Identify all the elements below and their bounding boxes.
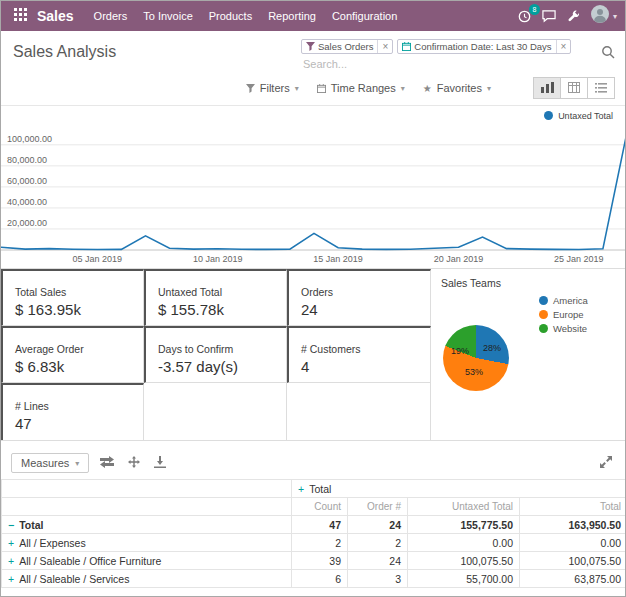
pivot-column-total-header[interactable]: +Total <box>292 480 626 498</box>
caret-down-icon: ▾ <box>401 84 405 93</box>
download-icon <box>154 456 166 471</box>
svg-text:10 Jan 2019: 10 Jan 2019 <box>193 254 243 264</box>
pivot-cell: 100,075.50 <box>408 552 520 570</box>
sales-teams-pie-chart[interactable]: 28% 53% 19% <box>443 325 509 391</box>
flip-axis-icon <box>100 456 114 471</box>
filter-icon <box>302 40 318 53</box>
pivot-row-header[interactable]: +All / Saleable / Office Furniture <box>2 552 292 570</box>
expand-icon[interactable]: + <box>8 555 14 567</box>
menu-orders[interactable]: Orders <box>86 1 136 31</box>
flip-axis-button[interactable] <box>97 454 117 473</box>
pivot-table: +Total Count Order # Untaxed Total Total… <box>1 479 626 588</box>
legend-item: Europe <box>539 309 588 320</box>
search-input[interactable] <box>301 56 593 72</box>
sales-teams-legend: America Europe Website <box>539 295 588 337</box>
pivot-cell: 0.00 <box>520 534 626 552</box>
pie-slice-label: 19% <box>451 346 469 356</box>
favorites-dropdown[interactable]: ★ Favorites ▾ <box>414 79 500 97</box>
menu-to-invoice[interactable]: To Invoice <box>135 1 201 31</box>
line-chart-section: Untaxed Total 20,000.0040,000.0060,000.0… <box>1 106 625 268</box>
svg-text:20,000.00: 20,000.00 <box>7 218 47 228</box>
app-brand[interactable]: Sales <box>37 8 74 24</box>
expand-all-icon <box>128 456 140 471</box>
messages-icon[interactable] <box>542 10 556 23</box>
search-facet-confirmation-date[interactable]: Confirmation Date: Last 30 Days × <box>397 39 571 54</box>
expand-icon[interactable]: + <box>8 573 14 585</box>
kpi-value: 4 <box>301 358 430 375</box>
pivot-measures-row: Count Order # Untaxed Total Total <box>2 498 626 516</box>
pivot-grid-icon <box>568 81 580 96</box>
kpi-label: Total Sales <box>15 286 143 298</box>
expand-all-button[interactable] <box>125 454 143 473</box>
user-menu-caret-icon: ▾ <box>613 12 617 21</box>
measure-header[interactable]: Total <box>520 498 626 516</box>
legend-dot <box>539 310 548 319</box>
kpi-days-to-confirm[interactable]: Days to Confirm -3.57 day(s) <box>144 326 287 383</box>
kpi-value: $ 163.95k <box>15 301 143 318</box>
svg-text:40,000.00: 40,000.00 <box>7 197 47 207</box>
pivot-cell: 100,075.50 <box>520 552 626 570</box>
list-view-button[interactable] <box>587 77 615 99</box>
view-switcher <box>534 77 615 99</box>
kpi-lines[interactable]: # Lines 47 <box>1 383 144 440</box>
user-menu[interactable]: ▾ <box>591 5 617 27</box>
caret-down-icon: ▾ <box>75 459 79 468</box>
facet-remove-icon[interactable]: × <box>377 40 392 53</box>
facet-label: Sales Orders <box>318 40 377 53</box>
pivot-toolbar: Measures ▾ <box>1 446 625 479</box>
pivot-column-group-row: +Total <box>2 480 626 498</box>
pivot-cell: 63,875.00 <box>520 570 626 588</box>
favorites-label: Favorites <box>437 82 482 94</box>
kpi-empty-cell <box>287 383 431 440</box>
kpi-untaxed-total[interactable]: Untaxed Total $ 155.78k <box>144 269 287 326</box>
kpi-total-sales[interactable]: Total Sales $ 163.95k <box>1 269 144 326</box>
pivot-corner-cell <box>2 498 292 516</box>
measure-header[interactable]: Count <box>292 498 348 516</box>
expand-icon[interactable]: + <box>298 483 304 495</box>
pivot-row: +All / Saleable / Office Furniture392410… <box>2 552 626 570</box>
facet-remove-icon[interactable]: × <box>556 40 571 53</box>
kpi-customers[interactable]: # Customers 4 <box>287 326 431 383</box>
pivot-cell: 6 <box>292 570 348 588</box>
pivot-cell: 39 <box>292 552 348 570</box>
user-avatar <box>591 5 609 27</box>
star-icon: ★ <box>423 83 432 94</box>
debug-wrench-icon[interactable] <box>567 10 580 23</box>
pivot-row-header[interactable]: +All / Saleable / Services <box>2 570 292 588</box>
kpi-orders[interactable]: Orders 24 <box>287 269 431 326</box>
legend-dot <box>539 324 548 333</box>
svg-text:80,000.00: 80,000.00 <box>7 155 47 165</box>
search-icon[interactable] <box>601 45 615 59</box>
menu-configuration[interactable]: Configuration <box>324 1 405 31</box>
calendar-icon <box>317 84 326 93</box>
measure-header[interactable]: Order # <box>348 498 408 516</box>
top-navbar: Sales Orders To Invoice Products Reporti… <box>1 1 625 31</box>
pivot-cell: 47 <box>292 516 348 534</box>
svg-text:05 Jan 2019: 05 Jan 2019 <box>73 254 123 264</box>
pivot-view-button[interactable] <box>560 77 588 99</box>
apps-grid-icon <box>14 8 27 24</box>
kpi-value: -3.57 day(s) <box>158 358 286 375</box>
expand-icon[interactable]: + <box>8 537 14 549</box>
measure-header[interactable]: Untaxed Total <box>408 498 520 516</box>
pivot-row-header[interactable]: +All / Expenses <box>2 534 292 552</box>
apps-menu-button[interactable] <box>7 1 33 31</box>
collapse-icon[interactable]: − <box>8 519 14 531</box>
pivot-row-header[interactable]: −Total <box>2 516 292 534</box>
legend-label: Website <box>553 323 587 334</box>
filters-dropdown[interactable]: Filters ▾ <box>237 79 308 97</box>
measures-dropdown[interactable]: Measures ▾ <box>11 453 89 473</box>
control-panel: Sales Analysis Sales Orders × Confirmati… <box>1 31 625 74</box>
time-ranges-dropdown[interactable]: Time Ranges ▾ <box>308 79 414 97</box>
graph-view-button[interactable] <box>533 77 561 99</box>
pivot-row: +All / Saleable / Services6355,700.0063,… <box>2 570 626 588</box>
menu-products[interactable]: Products <box>201 1 260 31</box>
search-facet-sales-orders[interactable]: Sales Orders × <box>301 39 393 54</box>
kpi-label: Untaxed Total <box>158 286 286 298</box>
expand-pivot-button[interactable] <box>597 454 615 473</box>
kpi-average-order[interactable]: Average Order $ 6.83k <box>1 326 144 383</box>
download-button[interactable] <box>151 454 169 473</box>
legend-label: Untaxed Total <box>558 111 613 121</box>
activities-icon[interactable]: 8 <box>518 10 531 23</box>
menu-reporting[interactable]: Reporting <box>260 1 324 31</box>
